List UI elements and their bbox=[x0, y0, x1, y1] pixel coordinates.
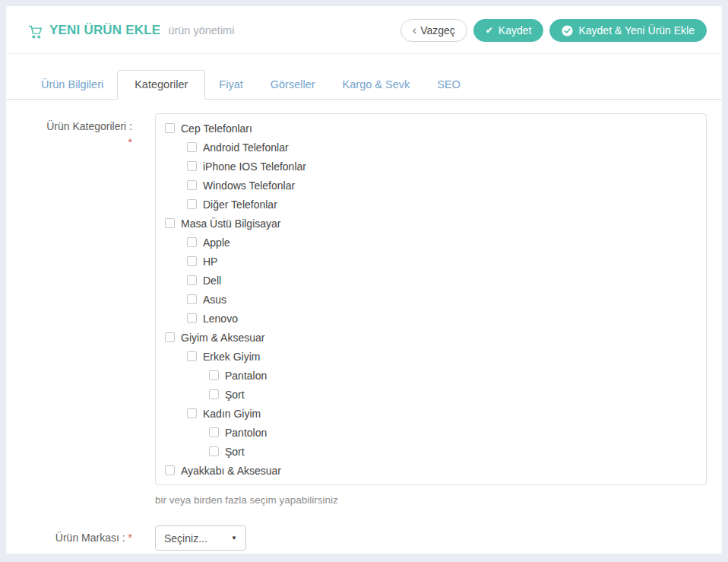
category-checkbox[interactable] bbox=[187, 180, 197, 190]
tree-row: Şort bbox=[165, 385, 697, 404]
header-buttons: ‹ Vazgeç ✔ Kaydet Kaydet & Yeni Ürün Ekl… bbox=[400, 19, 707, 42]
tree-row: Ayakkabı & Aksesuar bbox=[165, 461, 697, 480]
category-checkbox[interactable] bbox=[165, 123, 175, 133]
category-label[interactable]: iPhone IOS Telefonlar bbox=[203, 160, 306, 173]
category-label[interactable]: Şort bbox=[225, 389, 245, 401]
category-label[interactable]: Ayakkabı & Aksesuar bbox=[181, 465, 281, 477]
category-checkbox[interactable] bbox=[165, 332, 175, 342]
tree-row: Windows Telefonlar bbox=[165, 176, 697, 195]
title-area: YENI ÜRÜN EKLE ürün yönetimi bbox=[27, 22, 234, 40]
tree-row: iPhone IOS Telefonlar bbox=[165, 157, 697, 176]
category-label[interactable]: Erkek Giyim bbox=[203, 351, 260, 363]
categories-form-row: Ürün Kategorileri : * Cep TelefonlarıAnd… bbox=[27, 113, 707, 506]
tree-row: HP bbox=[165, 252, 697, 271]
category-label[interactable]: Apple bbox=[203, 237, 230, 249]
save-and-new-button[interactable]: Kaydet & Yeni Ürün Ekle bbox=[549, 19, 707, 42]
category-checkbox[interactable] bbox=[209, 389, 219, 399]
categories-label: Ürün Kategorileri : bbox=[27, 119, 132, 135]
category-checkbox[interactable] bbox=[187, 161, 197, 171]
tree-row: Şort bbox=[165, 442, 697, 461]
category-checkbox[interactable] bbox=[187, 275, 197, 285]
category-checkbox[interactable] bbox=[187, 142, 197, 152]
brand-label: Ürün Markası : bbox=[55, 532, 125, 544]
category-checkbox[interactable] bbox=[209, 446, 219, 456]
category-tree: Cep TelefonlarıAndroid TelefonlariPhone … bbox=[155, 113, 707, 485]
tree-row: Asus bbox=[165, 290, 697, 309]
categories-help-text: bir veya birden fazla seçim yapabilirsin… bbox=[155, 494, 707, 506]
tree-row: Kadın Giyim bbox=[165, 404, 697, 423]
page-header: YENI ÜRÜN EKLE ürün yönetimi ‹ Vazgeç ✔ … bbox=[6, 6, 722, 54]
category-label[interactable]: Dell bbox=[203, 275, 221, 287]
category-label[interactable]: Windows Telefonlar bbox=[203, 179, 295, 192]
caret-down-icon: ▼ bbox=[231, 535, 237, 541]
tree-row: Apple bbox=[165, 233, 697, 252]
brand-control-col: Seçiniz... ▼ bbox=[155, 525, 707, 551]
category-label[interactable]: Şort bbox=[225, 446, 245, 458]
tab-content: Ürün Kategorileri : * Cep TelefonlarıAnd… bbox=[6, 100, 722, 551]
tab-kategoriler[interactable]: Kategoriler bbox=[117, 70, 205, 100]
tab-fiyat[interactable]: Fiyat bbox=[205, 70, 256, 100]
brand-select-value: Seçiniz... bbox=[164, 532, 207, 545]
category-label[interactable]: Android Telefonlar bbox=[203, 141, 289, 154]
main-panel: YENI ÜRÜN EKLE ürün yönetimi ‹ Vazgeç ✔ … bbox=[6, 6, 722, 554]
tab-gorseller[interactable]: Görseller bbox=[257, 70, 329, 100]
cancel-button-label: Vazgeç bbox=[420, 24, 455, 37]
brand-required-asterisk: * bbox=[128, 532, 132, 544]
category-label[interactable]: HP bbox=[203, 256, 217, 268]
category-label[interactable]: Asus bbox=[203, 294, 226, 306]
category-checkbox[interactable] bbox=[187, 351, 197, 361]
save-button-label: Kaydet bbox=[499, 24, 532, 37]
tab-urun-bilgileri[interactable]: Ürün Bilgileri bbox=[27, 70, 117, 100]
category-label[interactable]: Cep Telefonları bbox=[181, 122, 252, 135]
brand-form-row: Ürün Markası : * Seçiniz... ▼ bbox=[27, 525, 707, 551]
tree-row: Android Telefonlar bbox=[165, 138, 697, 157]
category-label[interactable]: Giyim & Aksesuar bbox=[181, 332, 264, 344]
categories-label-col: Ürün Kategorileri : * bbox=[27, 113, 132, 506]
category-checkbox[interactable] bbox=[187, 313, 197, 323]
category-checkbox[interactable] bbox=[187, 294, 197, 304]
check-icon: ✔ bbox=[486, 26, 493, 35]
category-checkbox[interactable] bbox=[187, 199, 197, 209]
category-label[interactable]: Masa Üstü Bilgisayar bbox=[181, 217, 281, 230]
tab-kargo-sevk[interactable]: Kargo & Sevk bbox=[329, 70, 424, 100]
tree-row: Lenovo bbox=[165, 309, 697, 328]
tree-row: Erkek Giyim bbox=[165, 347, 697, 366]
brand-select[interactable]: Seçiniz... ▼ bbox=[155, 525, 246, 551]
shopping-cart-icon bbox=[27, 24, 43, 40]
categories-control-col: Cep TelefonlarıAndroid TelefonlariPhone … bbox=[155, 113, 707, 506]
tab-bar: Ürün BilgileriKategorilerFiyatGörsellerK… bbox=[6, 69, 722, 100]
category-checkbox[interactable] bbox=[209, 427, 219, 437]
tree-row: Diğer Telefonlar bbox=[165, 195, 697, 214]
category-checkbox[interactable] bbox=[165, 218, 175, 228]
category-checkbox[interactable] bbox=[187, 237, 197, 247]
cancel-button[interactable]: ‹ Vazgeç bbox=[400, 19, 467, 42]
category-label[interactable]: Pantalon bbox=[225, 370, 267, 382]
brand-label-col: Ürün Markası : * bbox=[27, 530, 132, 546]
category-checkbox[interactable] bbox=[209, 370, 219, 380]
page-title: YENI ÜRÜN EKLE bbox=[49, 23, 160, 38]
tree-row: Pantolon bbox=[165, 423, 697, 442]
category-label[interactable]: Diğer Telefonlar bbox=[203, 198, 277, 211]
tree-row: Masa Üstü Bilgisayar bbox=[165, 214, 697, 233]
check-circle-icon bbox=[562, 25, 573, 37]
tree-row: Pantalon bbox=[165, 366, 697, 385]
tree-row: Dell bbox=[165, 271, 697, 290]
chevron-left-icon: ‹ bbox=[413, 24, 416, 37]
category-label[interactable]: Pantolon bbox=[225, 427, 267, 439]
category-checkbox[interactable] bbox=[165, 465, 175, 475]
save-button[interactable]: ✔ Kaydet bbox=[473, 19, 544, 42]
category-label[interactable]: Lenovo bbox=[203, 313, 238, 325]
page-subtitle: ürün yönetimi bbox=[168, 24, 234, 37]
save-and-new-button-label: Kaydet & Yeni Ürün Ekle bbox=[578, 24, 695, 37]
category-checkbox[interactable] bbox=[187, 408, 197, 418]
tab-seo[interactable]: SEO bbox=[423, 70, 474, 100]
tree-row: Cep Telefonları bbox=[165, 119, 697, 138]
category-label[interactable]: Kadın Giyim bbox=[203, 408, 261, 420]
category-checkbox[interactable] bbox=[187, 256, 197, 266]
categories-required-asterisk: * bbox=[27, 135, 132, 151]
tree-row: Giyim & Aksesuar bbox=[165, 328, 697, 347]
